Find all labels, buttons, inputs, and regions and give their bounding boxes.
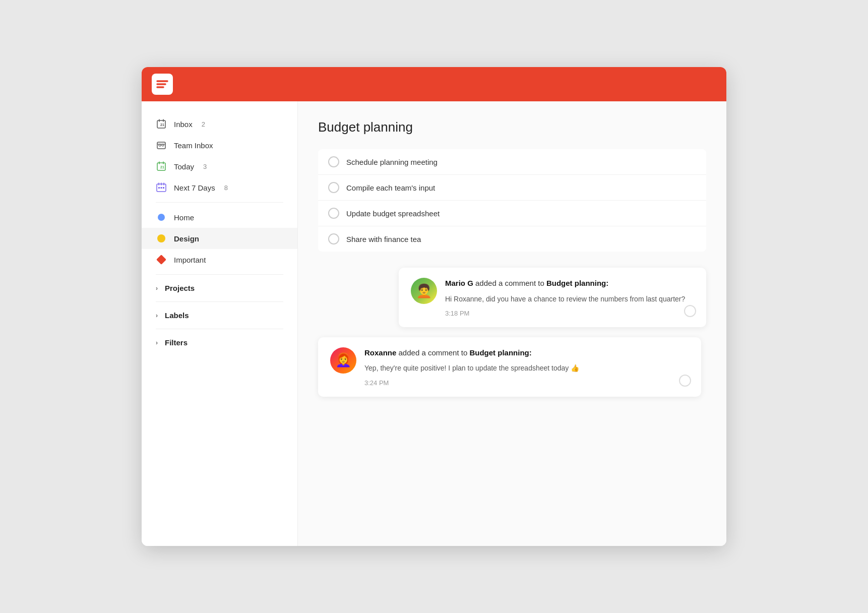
svg-rect-8 [158,187,160,189]
notification-header: 🧑‍🦱 Mario G added a comment to Budget pl… [411,278,694,317]
task-text: Update budget spreadsheet [346,209,440,218]
task-text: Compile each team's input [346,183,435,192]
sidebar-item-home[interactable]: Home [142,207,297,228]
svg-rect-10 [163,187,164,189]
table-row: Update budget spreadsheet [318,201,706,226]
notification-card-roxanne: 👩‍🦰 Roxanne added a comment to Budget pl… [318,337,701,397]
calendar-today-icon: 21 [156,161,167,172]
sidebar-item-important[interactable]: Important [142,249,297,270]
svg-text:21: 21 [160,123,164,127]
notification-header: 👩‍🦰 Roxanne added a comment to Budget pl… [330,347,689,387]
sidebar-item-design[interactable]: Design [142,228,297,249]
calendar-inbox-icon: 21 [156,118,167,130]
divider-3 [156,301,283,302]
dot-blue-icon [156,212,167,223]
task-text: Schedule planning meeting [346,158,438,166]
sidebar-item-next7days[interactable]: Next 7 Days 8 [142,177,297,198]
projects-chevron-icon: › [156,285,158,292]
sidebar-item-labels[interactable]: › Labels [142,306,297,325]
diamond-red-icon [156,254,167,265]
notification-card-mario: 🧑‍🦱 Mario G added a comment to Budget pl… [399,268,706,327]
next7days-label: Next 7 Days [174,183,215,192]
notification-action: added a comment to [399,348,470,357]
sidebar-item-projects[interactable]: › Projects [142,279,297,297]
projects-label: Projects [165,284,195,292]
svg-text:21: 21 [160,165,164,169]
task-list: Schedule planning meeting Compile each t… [318,149,706,252]
sidebar: 21 Inbox 2 Team Inbox [142,101,298,546]
page-title: Budget planning [318,119,706,135]
today-badge: 3 [203,163,207,170]
labels-label: Labels [165,311,189,320]
sidebar-item-today[interactable]: 21 Today 3 [142,156,297,177]
sidebar-item-filters[interactable]: › Filters [142,333,297,352]
table-row: Share with finance tea [318,226,706,252]
notification-user: Mario G [445,279,473,287]
top-bar [142,67,726,101]
avatar-mario: 🧑‍🦱 [411,278,437,304]
divider-4 [156,329,283,329]
filters-label: Filters [165,338,188,347]
team-inbox-label: Team Inbox [174,141,213,150]
task-checkbox[interactable] [328,208,339,219]
task-checkbox[interactable] [328,182,339,193]
notification-body: Mario G added a comment to Budget planni… [445,278,694,317]
notification-message: Yep, they're quite positive! I plan to u… [364,362,689,374]
notification-message: Hi Roxanne, did you have a chance to rev… [445,293,694,304]
avatar-roxanne: 👩‍🦰 [330,347,356,374]
task-checkbox[interactable] [328,156,339,167]
design-label: Design [174,234,199,243]
important-label: Important [174,256,206,264]
logo-icon [152,74,173,95]
calendar-week-icon [156,182,167,193]
labels-chevron-icon: › [156,312,158,319]
task-checkbox[interactable] [328,233,339,244]
right-panel: Budget planning Schedule planning meetin… [298,101,726,546]
svg-rect-9 [161,187,162,189]
team-inbox-icon [156,140,167,151]
sidebar-item-team-inbox[interactable]: Team Inbox [142,135,297,156]
svg-point-3 [159,144,161,146]
main-content: 21 Inbox 2 Team Inbox [142,101,726,546]
table-row: Compile each team's input [318,175,706,201]
notification-target: Budget planning: [546,279,608,287]
divider-2 [156,274,283,275]
filters-chevron-icon: › [156,339,158,346]
sidebar-item-inbox[interactable]: 21 Inbox 2 [142,113,297,135]
notification-body: Roxanne added a comment to Budget planni… [364,347,689,387]
app-window: 21 Inbox 2 Team Inbox [142,67,726,546]
notification-time: 3:24 PM [364,379,689,387]
inbox-label: Inbox [174,120,193,129]
notification-time: 3:18 PM [445,310,694,317]
notification-title: Roxanne added a comment to Budget planni… [364,347,689,359]
notification-action-button[interactable] [679,375,691,387]
notification-title: Mario G added a comment to Budget planni… [445,278,694,289]
inbox-badge: 2 [202,120,205,128]
notification-action-button[interactable] [684,305,696,317]
divider-1 [156,202,283,203]
today-label: Today [174,162,194,171]
svg-point-4 [162,144,164,146]
svg-rect-2 [157,142,165,149]
home-label: Home [174,213,194,222]
notification-user: Roxanne [364,348,396,357]
task-text: Share with finance tea [346,235,421,243]
next7days-badge: 8 [224,184,228,192]
table-row: Schedule planning meeting [318,149,706,175]
notification-target: Budget planning: [469,348,531,357]
notification-action: added a comment to [475,279,546,287]
dot-yellow-icon [156,233,167,244]
